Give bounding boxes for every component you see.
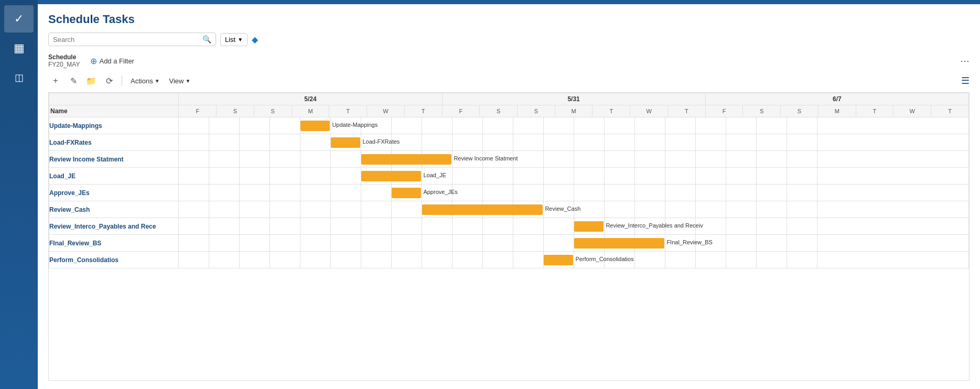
- list-select[interactable]: List ▼: [220, 33, 247, 46]
- day-13: T: [667, 105, 705, 117]
- day-17: M: [818, 105, 856, 117]
- day-15: S: [743, 105, 781, 117]
- day-5: W: [367, 105, 405, 117]
- day-7: F: [442, 105, 480, 117]
- edit-button[interactable]: ✎: [66, 73, 81, 88]
- grid-icon: ▦: [14, 41, 25, 55]
- search-input[interactable]: [53, 36, 202, 44]
- day-3: M: [292, 105, 329, 117]
- gantt-bar[interactable]: [361, 171, 421, 181]
- gantt-row-cell: Review Income Statment: [179, 151, 969, 168]
- folder-button[interactable]: 📁: [84, 73, 99, 88]
- search-icon: 🔍: [202, 35, 211, 44]
- task-name-cell[interactable]: Load_JE: [49, 168, 179, 185]
- sidebar-item-table[interactable]: ◫: [4, 64, 34, 91]
- gantt-row-cell: Approve_JEs: [179, 185, 969, 201]
- filter-icon[interactable]: ◆: [252, 35, 258, 45]
- task-name-cell[interactable]: FInal_Review_BS: [49, 235, 179, 252]
- ellipsis-icon: ⋯: [960, 55, 970, 67]
- gantt-bar-label: Perform_Consolidatios: [575, 256, 633, 262]
- actions-chevron-icon: ▼: [155, 78, 160, 84]
- gantt-bar[interactable]: [392, 188, 421, 198]
- day-0: F: [179, 105, 217, 117]
- task-name-cell[interactable]: Perform_Consolidatios: [49, 252, 179, 268]
- gantt-row-cell: Review_Cash: [179, 201, 969, 218]
- gantt-bar[interactable]: [300, 121, 330, 131]
- actions-dropdown[interactable]: Actions ▼: [127, 75, 163, 87]
- filter-bar: Schedule FY20_MAY ⊕ Add a Filter ⋯: [48, 53, 970, 68]
- refresh-button[interactable]: ⟳: [102, 73, 116, 88]
- gantt-row-cell: Review_Interco_Payables and Receiv: [179, 218, 969, 235]
- search-box[interactable]: 🔍: [48, 33, 216, 46]
- day-11: T: [593, 105, 630, 117]
- add-button[interactable]: +: [48, 73, 63, 88]
- gantt-bar[interactable]: [331, 137, 360, 148]
- view-dropdown[interactable]: View ▼: [166, 75, 194, 87]
- gantt-container[interactable]: 5/24 5/31 6/7 Name F S S M T W T F: [48, 92, 970, 381]
- day-8: S: [480, 105, 518, 117]
- sidebar: ✓ ▦ ◫: [0, 0, 38, 389]
- gantt-view-icon[interactable]: ☰: [961, 75, 970, 87]
- table-row: Review Income StatmentReview Income Stat…: [49, 151, 969, 168]
- gantt-row-cell: Load_JE: [179, 168, 969, 185]
- day-header-row: Name F S S M T W T F S S M T W T: [49, 105, 969, 117]
- gantt-bar[interactable]: [574, 238, 664, 248]
- day-4: T: [329, 105, 367, 117]
- actions-label: Actions: [131, 77, 153, 85]
- gantt-bar[interactable]: [574, 221, 604, 232]
- task-name-cell[interactable]: Review_Cash: [49, 201, 179, 218]
- schedule-value: FY20_MAY: [48, 61, 80, 68]
- table-row: Load-FXRatesLoad-FXRates: [49, 134, 969, 151]
- gantt-bar[interactable]: [544, 255, 573, 265]
- add-filter-label: Add a Filter: [99, 57, 134, 65]
- gantt-bar-label: Approve_JEs: [423, 189, 457, 195]
- content-area: Schedule Tasks 🔍 List ▼ ◆ Schedule FY20_…: [38, 4, 980, 389]
- gantt-bar-label: Load_JE: [423, 172, 446, 178]
- task-name-cell[interactable]: Approve_JEs: [49, 185, 179, 201]
- action-row: + ✎ 📁 ⟳ Actions ▼ View ▼ ☰: [48, 73, 970, 88]
- task-name-cell[interactable]: Review Income Statment: [49, 151, 179, 168]
- table-row: Load_JELoad_JE: [49, 168, 969, 185]
- day-16: S: [781, 105, 819, 117]
- more-options-button[interactable]: ⋯: [960, 55, 970, 67]
- week-header-row: 5/24 5/31 6/7: [49, 93, 969, 105]
- gantt-row-cell: Perform_Consolidatios: [179, 252, 969, 268]
- task-name-cell[interactable]: Review_Interco_Payables and Rece: [49, 218, 179, 235]
- add-filter-button[interactable]: ⊕ Add a Filter: [86, 54, 138, 68]
- day-18: T: [856, 105, 893, 117]
- day-9: S: [518, 105, 555, 117]
- table-row: Approve_JEsApprove_JEs: [49, 185, 969, 201]
- week-67: 6/7: [705, 93, 968, 105]
- table-row: Perform_ConsolidatiosPerform_Consolidati…: [49, 252, 969, 268]
- list-label: List: [225, 36, 235, 44]
- day-12: W: [630, 105, 668, 117]
- schedule-label: Schedule: [48, 53, 80, 61]
- table-icon: ◫: [15, 72, 24, 83]
- gantt-bar-label: Load-FXRates: [362, 138, 400, 145]
- top-bar: [38, 0, 980, 4]
- view-label: View: [169, 77, 184, 85]
- table-row: Review_CashReview_Cash: [49, 201, 969, 218]
- name-label: Name: [49, 105, 179, 117]
- sidebar-item-grid[interactable]: ▦: [4, 35, 34, 62]
- day-6: T: [404, 105, 442, 117]
- gantt-row-cell: Update-Mappings: [179, 117, 969, 134]
- task-name-cell[interactable]: Update-Mappings: [49, 117, 179, 134]
- gantt-row-cell: FInal_Review_BS: [179, 235, 969, 252]
- day-1: S: [217, 105, 254, 117]
- gantt-bar-label: Update-Mappings: [332, 122, 378, 128]
- day-14: F: [705, 105, 743, 117]
- view-chevron-icon: ▼: [186, 78, 191, 84]
- task-name-cell[interactable]: Load-FXRates: [49, 134, 179, 151]
- table-row: Update-MappingsUpdate-Mappings: [49, 117, 969, 134]
- plus-circle-icon: ⊕: [90, 56, 97, 66]
- sidebar-item-tasks[interactable]: ✓: [4, 5, 34, 33]
- table-row: Review_Interco_Payables and ReceReview_I…: [49, 218, 969, 235]
- week-531: 5/31: [442, 93, 705, 105]
- day-19: W: [893, 105, 931, 117]
- day-2: S: [254, 105, 292, 117]
- gantt-bar-label: FInal_Review_BS: [666, 239, 712, 245]
- gantt-bar[interactable]: [422, 204, 543, 215]
- gantt-bar[interactable]: [361, 154, 451, 165]
- gantt-row-cell: Load-FXRates: [179, 134, 969, 151]
